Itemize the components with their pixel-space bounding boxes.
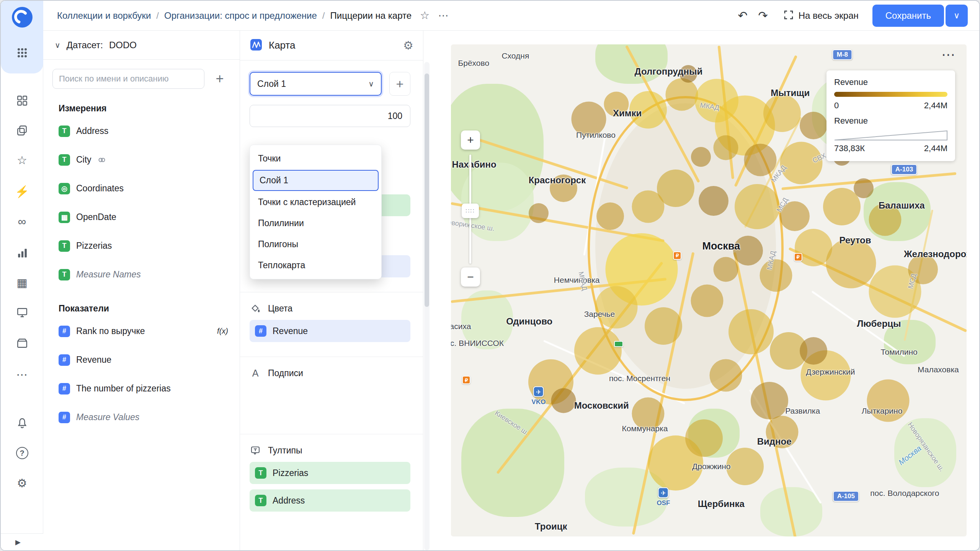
chip-pizzerias[interactable]: TPizzerias — [250, 462, 410, 484]
map-label: Реутов — [840, 235, 871, 246]
airport-poi: ✈OSF — [657, 487, 670, 507]
map-label: пос. ВНИИССОК — [451, 339, 504, 348]
datasets-icon[interactable]: ∞ — [1, 216, 43, 227]
map-canvas[interactable]: СходняБрёховоДолгопрудныйМытищиХимкиПути… — [451, 44, 967, 536]
field-coordinates[interactable]: ◎Coordinates — [43, 174, 240, 203]
field-address[interactable]: TAddress — [43, 117, 240, 145]
field-pizzerias[interactable]: TPizzerias — [43, 231, 240, 260]
field-measure-names[interactable]: TMeasure Names — [43, 260, 240, 289]
field-label: The number of pizzerias — [76, 383, 171, 394]
undo-icon[interactable]: ↶ — [738, 9, 747, 22]
breadcrumb-item[interactable]: Организации: спрос и предложение — [164, 10, 317, 21]
save-dropdown-button[interactable]: ∨ — [946, 5, 968, 27]
ruble-marker-icon: ₽ — [462, 376, 470, 384]
zoom-slider-handle[interactable]: ∷∷ — [462, 204, 479, 218]
dataset-header[interactable]: ∨ Датасет: DODO — [43, 31, 240, 60]
field-revenue[interactable]: #Revenue — [43, 346, 240, 374]
field-search-input[interactable] — [52, 69, 204, 89]
legend-size-min: 738,83К — [834, 143, 865, 153]
favorites-icon[interactable]: ☆ — [1, 155, 43, 166]
breadcrumb-item[interactable]: Коллекции и воркбуки — [57, 10, 151, 21]
zoom-out-button[interactable]: − — [461, 267, 480, 287]
viz-panel: Карта ⚙ Слой 1 ∨ + 100 Размер точек # — [240, 31, 423, 550]
add-field-button[interactable]: + — [210, 69, 230, 89]
field-the-number-of-pizzerias[interactable]: #The number of pizzerias — [43, 374, 240, 403]
poi-code: OSF — [657, 499, 670, 507]
layer-select-value: Слой 1 — [257, 79, 286, 89]
field-label: Rank по выручке — [76, 326, 145, 336]
opacity-value: 100 — [388, 111, 402, 121]
topbar: Коллекции и воркбуки/Организации: спрос … — [43, 1, 979, 31]
dropdown-item-6[interactable]: Теплокарта — [252, 255, 379, 276]
dashboards-icon[interactable] — [1, 95, 43, 106]
scrollbar-thumb[interactable] — [425, 73, 429, 307]
apps-grid-icon[interactable] — [1, 47, 43, 58]
star-icon: ☆ — [17, 154, 27, 166]
measure-type-icon: # — [59, 412, 70, 423]
redo-icon[interactable]: ↷ — [758, 9, 768, 22]
dropdown-item-5[interactable]: Полигоны — [252, 234, 379, 255]
dropdown-item-1[interactable]: Точки — [252, 148, 379, 169]
dropdown-item-2[interactable]: Слой 1 — [253, 170, 379, 191]
legend-gradient-bar — [834, 92, 947, 97]
field-measure-values[interactable]: #Measure Values — [43, 403, 240, 432]
map-label: Дрожжино — [692, 462, 730, 471]
field-label: City — [76, 155, 91, 165]
breadcrumb-item[interactable]: Пиццерии на карте — [330, 10, 412, 21]
map-label: Немчиновка — [554, 276, 600, 285]
collections-icon[interactable] — [1, 125, 43, 136]
fullscreen-button[interactable]: На весь экран — [783, 10, 859, 22]
airport-poi: ✈VKO — [532, 386, 546, 406]
viz-settings-gear-icon[interactable]: ⚙ — [403, 39, 413, 52]
layer-opacity-input[interactable]: 100 — [250, 105, 410, 127]
charts-icon[interactable] — [1, 247, 43, 259]
divider — [240, 434, 423, 434]
help-icon[interactable]: ? — [1, 447, 43, 459]
map-more-icon[interactable]: ⋯ — [941, 47, 955, 63]
dataset-label: Датасет: — [67, 40, 103, 51]
storage-icon[interactable] — [1, 337, 43, 349]
tables-icon[interactable]: ▦ — [1, 277, 43, 289]
dropdown-item-3[interactable]: Точки с кластеризацией — [252, 192, 379, 213]
rail-more-icon[interactable]: ⋯ — [1, 369, 43, 380]
datalens-logo[interactable] — [11, 6, 33, 28]
dimension-type-icon: T — [59, 126, 70, 137]
chip-revenue[interactable]: #Revenue — [250, 320, 410, 342]
legend-size-max: 2,44М — [924, 143, 947, 153]
breadcrumb: Коллекции и воркбуки/Организации: спрос … — [57, 10, 412, 21]
chip-address[interactable]: TAddress — [250, 489, 410, 512]
notifications-icon[interactable] — [1, 417, 43, 429]
minus-icon: − — [467, 271, 474, 283]
map-label: Люберцы — [857, 318, 901, 329]
link-icon — [98, 156, 106, 164]
map-label: Коммунарка — [622, 424, 668, 433]
field-label: Coordinates — [76, 183, 124, 194]
road-shield: М-8 — [833, 49, 852, 60]
tooltips-chips: TPizzeriasTAddress — [250, 462, 413, 512]
more-options-icon[interactable]: ⋯ — [438, 9, 449, 22]
dimension-type-icon: T — [59, 240, 70, 252]
layer-select[interactable]: Слой 1 ∨ — [250, 72, 382, 96]
map-label: Долгопрудный — [635, 66, 703, 77]
map-label: Московский — [574, 400, 629, 411]
section-label: Цвета — [268, 303, 292, 314]
monitoring-icon[interactable] — [1, 307, 43, 318]
section-title-tooltips: Тултипы — [250, 445, 413, 456]
field-label: Pizzerias — [76, 241, 112, 251]
rail-collapse-bar[interactable]: ▶ — [1, 533, 43, 550]
measure-type-icon: # — [255, 325, 266, 337]
favorite-star-icon[interactable]: ☆ — [420, 9, 430, 22]
save-button[interactable]: Сохранить — [872, 5, 944, 27]
dataset-name[interactable]: DODO — [109, 40, 137, 51]
connections-icon[interactable]: ⚡ — [1, 186, 43, 197]
zoom-in-button[interactable]: + — [461, 130, 480, 150]
field-rank-по-выручке[interactable]: #Rank по выручкеf(x) — [43, 317, 240, 346]
map-label: Сходня — [501, 51, 529, 60]
dropdown-item-4[interactable]: Полилинии — [252, 213, 379, 234]
settings-icon[interactable]: ⚙ — [1, 478, 43, 489]
add-layer-button[interactable]: + — [389, 72, 410, 96]
field-opendate[interactable]: ▦OpenDate — [43, 203, 240, 231]
field-city[interactable]: TCity — [43, 145, 240, 174]
labels-drop-area[interactable] — [250, 385, 413, 419]
viz-title: Карта — [269, 39, 296, 51]
